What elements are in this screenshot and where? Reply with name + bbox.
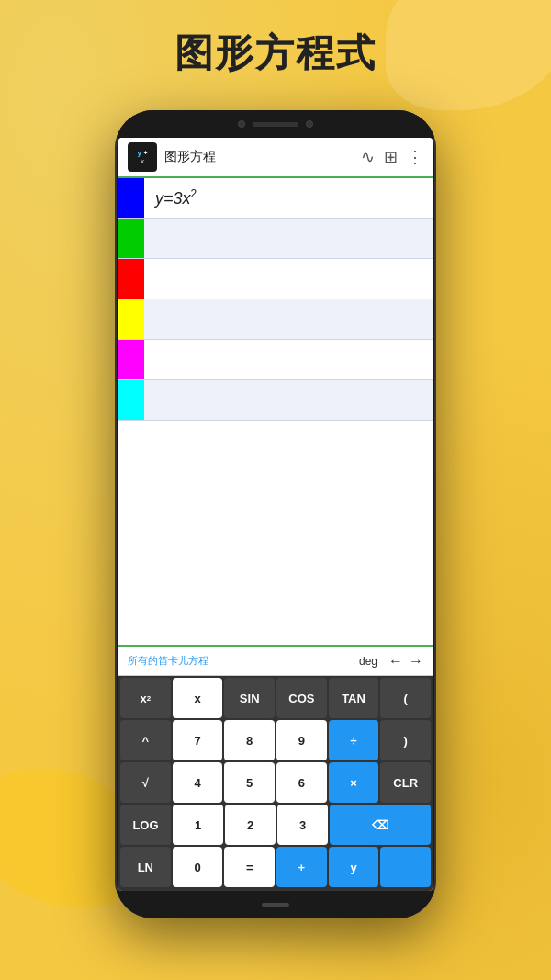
key-log[interactable]: LOG [120,805,171,845]
front-camera [238,120,245,128]
key-clr[interactable]: CLR [380,762,431,803]
key-divide[interactable]: ÷ [329,720,379,760]
key-x[interactable]: x [173,678,223,718]
phone-bottom-bar [115,891,436,918]
phone-frame: y + x 图形方程 ∿ ⊞ ⋮ y=3x2 [115,110,436,918]
arrow-right-button[interactable]: → [409,653,423,670]
key-plus[interactable]: + [276,847,327,887]
more-icon[interactable]: ⋮ [407,147,423,167]
grid-icon[interactable]: ⊞ [384,147,398,167]
key-backspace[interactable]: ⌫ [330,805,431,845]
key-3[interactable]: 3 [277,805,328,845]
key-close-paren[interactable]: ) [380,720,431,760]
equation-text-1: y=3x2 [144,187,197,208]
equation-row-2[interactable] [118,219,433,259]
key-4[interactable]: 4 [173,762,223,803]
logo-plus: + [143,150,147,156]
app-logo: y + x [128,142,157,172]
key-ln[interactable]: LN [120,847,171,887]
color-swatch-blue [118,178,144,218]
key-caret[interactable]: ^ [120,720,171,760]
equation-area: y=3x2 [118,178,433,645]
key-5[interactable]: 5 [224,762,275,803]
logo-y: y [137,149,141,157]
color-swatch-magenta [118,340,144,379]
front-sensor [306,120,313,128]
app-header: y + x 图形方程 ∿ ⊞ ⋮ [118,138,433,178]
key-cos[interactable]: COS [276,678,327,718]
equation-list: y=3x2 [118,178,433,421]
key-9[interactable]: 9 [276,720,327,760]
key-equals[interactable]: = [224,847,275,887]
color-swatch-yellow [118,299,144,339]
calculator-keyboard: x2 x SIN COS TAN ( ^ 7 8 9 ÷ ) [118,676,433,891]
deg-label[interactable]: deg [359,655,377,668]
phone-home-indicator [262,903,289,907]
equation-row-3[interactable] [118,259,433,299]
key-tan[interactable]: TAN [329,678,379,718]
key-y[interactable]: y [329,847,379,887]
arrow-left-button[interactable]: ← [388,653,403,670]
kb-row-3: √ 4 5 6 × CLR [120,762,431,803]
phone-speaker [253,122,298,127]
app-title: 图形方程 [164,149,361,165]
kb-row-1: x2 x SIN COS TAN ( [120,678,431,718]
color-swatch-red [118,259,144,299]
phone-top-bar [115,110,436,138]
app-header-icons: ∿ ⊞ ⋮ [361,147,423,167]
bottom-nav-bar: 所有的笛卡儿方程 deg ← → [118,645,433,676]
key-sin[interactable]: SIN [224,678,275,718]
equation-row-5[interactable] [118,340,433,380]
key-sqrt[interactable]: √ [120,762,171,803]
key-open-paren[interactable]: ( [380,678,431,718]
kb-row-2: ^ 7 8 9 ÷ ) [120,720,431,760]
phone-screen: y + x 图形方程 ∿ ⊞ ⋮ y=3x2 [118,138,433,891]
key-extra[interactable] [380,847,431,887]
key-x-squared[interactable]: x2 [120,678,171,718]
cartesian-label[interactable]: 所有的笛卡儿方程 [128,654,348,668]
key-6[interactable]: 6 [276,762,327,803]
wave-icon[interactable]: ∿ [361,147,375,167]
key-7[interactable]: 7 [173,720,223,760]
logo-x: x [141,157,144,165]
key-1[interactable]: 1 [173,805,223,845]
key-multiply[interactable]: × [329,762,379,803]
key-8[interactable]: 8 [224,720,275,760]
key-2[interactable]: 2 [225,805,276,845]
equation-row-4[interactable] [118,299,433,340]
kb-row-5: LN 0 = + y [120,847,431,887]
key-0[interactable]: 0 [173,847,223,887]
equation-row-1[interactable]: y=3x2 [118,178,433,219]
color-swatch-green [118,219,144,258]
equation-row-6[interactable] [118,380,433,421]
kb-row-4: LOG 1 2 3 ⌫ [120,805,431,845]
color-swatch-cyan [118,380,144,420]
